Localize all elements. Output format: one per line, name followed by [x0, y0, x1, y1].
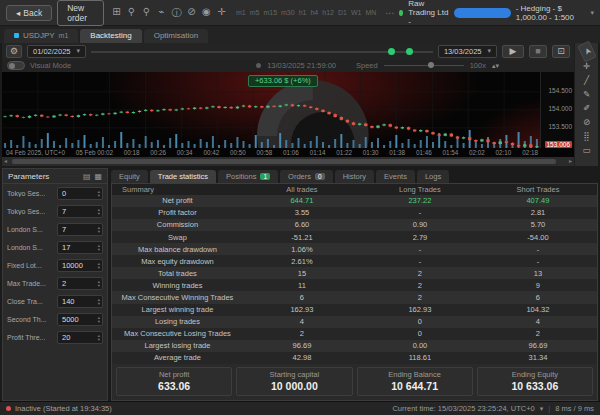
play-button[interactable]: ▶ [502, 45, 524, 58]
parameter-row: Tokyo Ses...0▴▾ [3, 184, 107, 202]
stats-row-label: Largest winning trade [112, 305, 243, 314]
scroll-left-icon[interactable]: ◂ [4, 157, 7, 166]
stats-row-label: Average trade [112, 353, 243, 362]
zoom-in-icon[interactable]: ⚲ [124, 6, 139, 20]
chart-scrollbar[interactable]: ◂ ▸ [2, 157, 574, 166]
parameter-input[interactable]: 5000▴▾ [57, 313, 103, 326]
stats-row-label: Largest losing trade [112, 341, 243, 350]
eye-icon[interactable]: ◉ [199, 6, 214, 20]
backtest-range-slider[interactable] [91, 45, 433, 58]
stats-value-all: 96.69 [243, 341, 361, 350]
range-handle-end[interactable] [406, 48, 413, 55]
pin-panel-icon[interactable]: ▦ [94, 172, 102, 181]
timeframe-chip-h4[interactable]: h4 [308, 9, 320, 16]
profit-badge: +633.06 $ (+6%) [248, 75, 318, 87]
timeframe-chip-D1[interactable]: D1 [336, 9, 349, 16]
stats-tab-equity[interactable]: Equity [111, 170, 148, 183]
stats-tab-orders[interactable]: Orders0 [280, 170, 333, 183]
stats-value-long: 0.00 [361, 341, 479, 350]
tab-chart-usdjpy[interactable]: USDJPY m1 [4, 29, 78, 43]
stepper-icon[interactable]: ▴▾ [98, 242, 100, 253]
stepper-icon[interactable]: ▴▾ [98, 296, 100, 307]
stepper-icon[interactable]: ▴▾ [98, 314, 100, 325]
zoom-out-icon[interactable]: ⚲ [139, 6, 154, 20]
tab-optimisation[interactable]: Optimisation [144, 29, 208, 43]
collapse-panel-icon[interactable]: ▤ [83, 172, 91, 181]
scroll-right-icon[interactable]: ▸ [569, 157, 572, 166]
parameter-input[interactable]: 20▴▾ [57, 331, 103, 344]
date-from-select[interactable]: 01/02/2025▾ [27, 45, 86, 58]
drawing-toolbar: ➤✛╱✎✐⊘⣿▭ [574, 43, 598, 166]
symbol-color-icon [14, 33, 19, 38]
account-selector[interactable]: Raw Trading Ltd - - Hedging - $ 1,000.00… [399, 0, 594, 26]
tab-backtesting[interactable]: Backtesting [80, 29, 141, 43]
trendline-icon[interactable]: ╱ [578, 73, 596, 86]
disable-icon[interactable]: ⊘ [184, 6, 199, 20]
stats-tab-events[interactable]: Events [376, 170, 415, 183]
speed-slider[interactable] [384, 61, 464, 70]
stats-tab-history[interactable]: History [335, 170, 374, 183]
pencil-icon[interactable]: ✎ [578, 87, 596, 100]
parameter-input[interactable]: 2▴▾ [57, 277, 103, 290]
timeframe-chip-m5[interactable]: m5 [248, 9, 262, 16]
stepper-icon[interactable]: ▴▾ [98, 332, 100, 343]
stats-tab-label: Trade statistics [158, 172, 208, 181]
stats-value-long: 2 [361, 269, 479, 278]
parameter-label: Tokyo Ses... [7, 208, 54, 215]
stats-row-label: Swap [112, 233, 243, 242]
parameter-input[interactable]: 7▴▾ [57, 223, 103, 236]
chevron-down-icon[interactable]: ▾ [540, 405, 544, 413]
timeframe-chip-m15[interactable]: m15 [261, 9, 279, 16]
timeframe-chip-h1[interactable]: h1 [297, 9, 309, 16]
chart-grid-icon[interactable]: ⊞ [109, 6, 124, 20]
parameter-input[interactable]: 0▴▾ [57, 187, 103, 200]
date-to-select[interactable]: 13/03/2025▾ [438, 45, 497, 58]
time-axis: 04 Feb 2025, UTC+005 Feb 00:0200:1800:26… [2, 146, 574, 157]
parameter-input[interactable]: 10000▴▾ [57, 259, 103, 272]
timeframe-chip-W1[interactable]: W1 [349, 9, 364, 16]
crosshair-icon[interactable]: ✛ [214, 6, 229, 20]
back-button[interactable]: ◂ Back [6, 5, 52, 21]
stats-tab-positions[interactable]: Positions1 [218, 170, 278, 183]
broker-name: Raw Trading Ltd - [408, 0, 449, 26]
timeframe-chip-h12[interactable]: h12 [320, 9, 336, 16]
parameter-input[interactable]: 17▴▾ [57, 241, 103, 254]
stepper-icon[interactable]: ▴▾ [98, 188, 100, 199]
stepper-icon[interactable]: ▴▾ [98, 224, 100, 235]
parameter-input[interactable]: 140▴▾ [57, 295, 103, 308]
stats-value-short: 6 [479, 293, 597, 302]
stats-value-short: 2.81 [479, 208, 597, 217]
timeframe-chip-m30[interactable]: m30 [279, 9, 297, 16]
time-axis-label: 01:38 [389, 149, 405, 156]
stats-tab-label: Logs [425, 172, 441, 181]
visual-mode-toggle[interactable] [7, 61, 25, 70]
stats-tab-trade-statistics[interactable]: Trade statistics [150, 170, 216, 183]
stepper-icon[interactable]: ▴▾ [98, 260, 100, 271]
timeframe-chip-m1[interactable]: m1 [234, 9, 248, 16]
speed-stepper[interactable]: ▴▾ [492, 62, 499, 70]
price-chart[interactable]: +633.06 $ (+6%) 154.500154.000153.500153… [2, 72, 574, 147]
stepper-icon[interactable]: ▴▾ [98, 278, 100, 289]
speed-slider-handle[interactable] [428, 62, 434, 68]
parameter-label: Fixed Lot... [7, 262, 54, 269]
announcement-icon[interactable]: ⌁ [154, 6, 169, 20]
account-number-redacted [454, 8, 510, 18]
time-axis-label: 00:42 [203, 149, 219, 156]
pattern-icon[interactable]: ⣿ [578, 129, 596, 142]
toolbar-overflow-icon[interactable]: ⋯ [385, 8, 394, 18]
new-order-button[interactable]: New order [57, 0, 104, 26]
eraser-icon[interactable]: ⊘ [578, 115, 596, 128]
stats-tab-logs[interactable]: Logs [417, 170, 449, 183]
stop-button[interactable]: ■ [529, 45, 547, 58]
range-handle-start[interactable] [388, 48, 395, 55]
settings-gear-icon[interactable]: ⚙ [6, 45, 22, 58]
shapes-icon[interactable]: ▭ [578, 143, 596, 156]
bottom-section: Parameters ▤ ▦ Tokyo Ses...0▴▾Tokyo Ses.… [0, 166, 600, 401]
timeframe-chip-MN[interactable]: MN [363, 9, 378, 16]
brush-icon[interactable]: ✐ [578, 101, 596, 114]
info-icon[interactable]: ⓘ [169, 6, 184, 20]
parameter-input[interactable]: 7▴▾ [57, 205, 103, 218]
scrollbar-thumb[interactable] [12, 159, 556, 164]
save-report-button[interactable]: ⊡ [552, 45, 570, 58]
stepper-icon[interactable]: ▴▾ [98, 206, 100, 217]
